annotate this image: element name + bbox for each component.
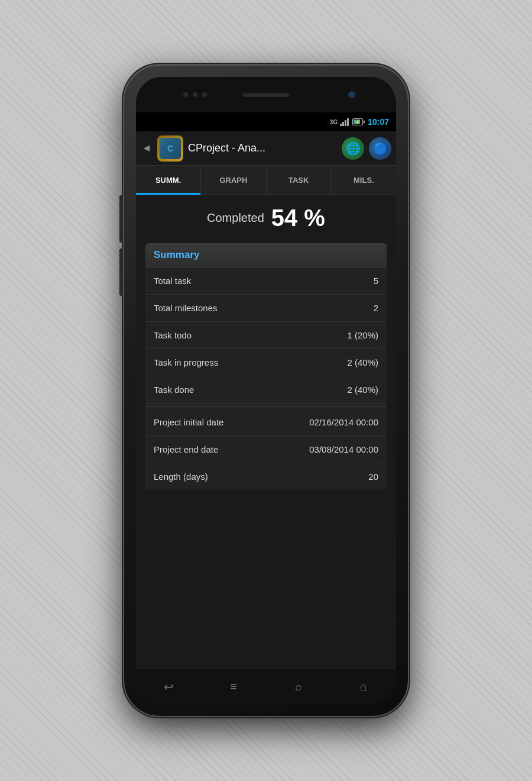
signal-strength — [340, 118, 349, 126]
tab-summ[interactable]: SUMM. — [136, 166, 201, 195]
network-indicator: 3G — [330, 119, 338, 125]
app-icon-inner: C — [160, 138, 181, 159]
row-label: Task in progress — [154, 357, 218, 367]
list-button[interactable]: 🔵 — [369, 137, 391, 160]
screen: 3G ⚡ 10:07 ◄ — [136, 112, 396, 704]
sensor-dot — [202, 92, 207, 97]
divider — [145, 406, 387, 406]
row-value: 03/08/2014 00:00 — [309, 444, 378, 454]
signal-bar-2 — [342, 122, 344, 126]
row-label: Total task — [154, 276, 191, 286]
signal-bar-3 — [345, 120, 346, 126]
tabs-bar: SUMM. GRAPH TASK MILS. — [136, 166, 396, 195]
charging-icon: ⚡ — [355, 120, 361, 125]
summary-header: Summary — [145, 243, 387, 267]
row-label: Task todo — [154, 330, 192, 340]
completed-section: Completed 54 % — [145, 205, 387, 231]
back-button[interactable]: ◄ — [141, 142, 153, 154]
row-label: Total milestones — [154, 303, 218, 313]
battery-indicator: ⚡ — [352, 118, 363, 125]
phone-device: 3G ⚡ 10:07 ◄ — [124, 65, 408, 716]
row-value: 02/16/2014 00:00 — [309, 417, 378, 427]
table-row: Length (days) 20 — [145, 463, 387, 490]
signal-bar-1 — [340, 124, 342, 126]
table-row: Project end date 03/08/2014 00:00 — [145, 436, 387, 463]
summary-title: Summary — [154, 249, 199, 260]
phone-top-bar — [136, 77, 396, 112]
table-row: Project initial date 02/16/2014 00:00 — [145, 409, 387, 436]
row-value: 1 (20%) — [347, 330, 378, 340]
front-sensors — [183, 92, 207, 97]
table-row: Total task 5 — [145, 267, 387, 295]
home-nav-button[interactable]: ⌂ — [351, 674, 377, 700]
table-row: Task done 2 (40%) — [145, 376, 387, 404]
search-nav-button[interactable]: ⌕ — [286, 674, 312, 700]
menu-nav-button[interactable]: ≡ — [220, 674, 246, 700]
row-label: Project end date — [154, 444, 218, 454]
content-area: Completed 54 % Summary Total task 5 — [136, 195, 396, 669]
row-value: 20 — [368, 472, 378, 482]
completed-label: Completed — [207, 211, 264, 225]
tab-mils[interactable]: MILS. — [332, 166, 396, 195]
tab-task[interactable]: TASK — [267, 166, 332, 195]
row-label: Task done — [154, 385, 194, 395]
summary-body: Total task 5 Total milestones 2 Task tod… — [145, 267, 387, 490]
app-title: CProject - Ana... — [188, 142, 337, 154]
front-camera — [349, 92, 355, 98]
summary-card: Summary Total task 5 Total milestones 2 … — [145, 243, 387, 490]
app-icon: C — [157, 135, 183, 162]
globe-button[interactable]: 🌐 — [342, 137, 364, 160]
status-icons: 3G ⚡ 10:07 — [330, 117, 389, 127]
completed-value: 54 % — [271, 205, 325, 231]
row-value: 2 (40%) — [347, 385, 378, 395]
header-action-icons: 🌐 🔵 — [342, 137, 391, 160]
table-row: Task in progress 2 (40%) — [145, 349, 387, 376]
row-label: Project initial date — [154, 417, 223, 427]
speaker-grille — [242, 92, 290, 97]
table-row: Task todo 1 (20%) — [145, 322, 387, 349]
app-header: ◄ C CProject - Ana... 🌐 🔵 — [136, 131, 396, 166]
row-value: 2 — [374, 303, 378, 313]
bottom-nav: ↩ ≡ ⌕ ⌂ — [136, 669, 396, 704]
back-nav-button[interactable]: ↩ — [155, 674, 181, 700]
phone-screen-container: 3G ⚡ 10:07 ◄ — [136, 77, 396, 704]
row-value: 2 (40%) — [347, 357, 378, 367]
row-value: 5 — [374, 276, 378, 286]
signal-bar-4 — [347, 118, 349, 126]
status-time: 10:07 — [368, 117, 389, 127]
row-label: Length (days) — [154, 472, 208, 482]
table-row: Total milestones 2 — [145, 295, 387, 322]
status-bar: 3G ⚡ 10:07 — [136, 112, 396, 131]
tab-graph[interactable]: GRAPH — [201, 166, 266, 195]
sensor-dot — [183, 92, 188, 97]
sensor-dot — [193, 92, 197, 97]
